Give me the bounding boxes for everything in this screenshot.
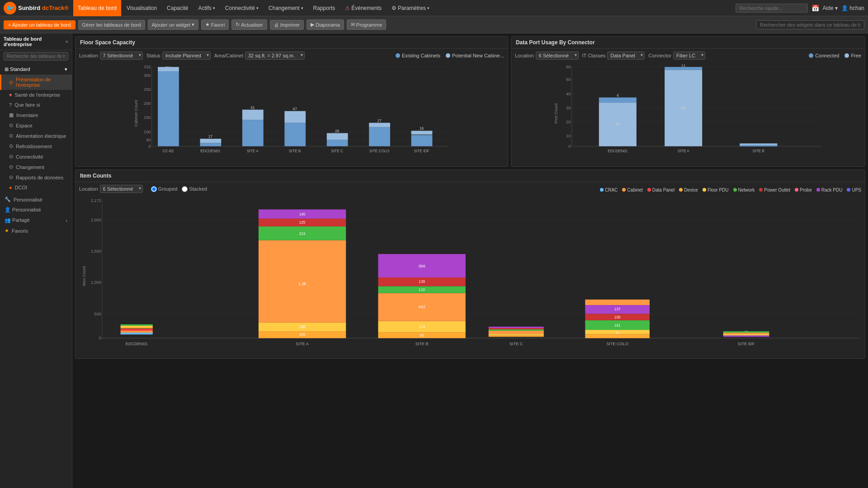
sidebar-search-input[interactable] <box>4 52 68 61</box>
svg-text:CC-B2: CC-B2 <box>162 149 174 153</box>
slideshow-button[interactable]: ▶ Diaporama <box>307 19 344 30</box>
question-icon: ? <box>9 102 12 108</box>
nav-rapports[interactable]: Rapports <box>309 0 340 16</box>
sidebar-item-personnalise-single[interactable]: 🔧 Personnalisé <box>0 194 72 205</box>
nav-changement[interactable]: Changement ▾ <box>264 0 308 16</box>
stacked-radio[interactable] <box>182 186 188 192</box>
nav-tableau-de-bord[interactable]: Tableau de bord <box>73 0 121 16</box>
sidebar-item-dcoi[interactable]: ● DCOI <box>0 183 72 192</box>
svg-text:Port Count: Port Count <box>554 103 558 123</box>
svg-text:137: 137 <box>614 307 621 311</box>
bar-sitecolo-existing <box>369 127 390 146</box>
location-select[interactable]: 7 Sélectionné <box>100 52 143 60</box>
sidebar-standard-header[interactable]: ⊞ Standard ▾ <box>0 64 72 75</box>
floor-space-title: Floor Space Capacity <box>75 37 508 49</box>
svg-text:1.3k: 1.3k <box>298 282 307 286</box>
item-counts-svg: Item Count 2,172 2,000 1,500 1,000 500 0 <box>79 197 861 355</box>
connector-group: Connector Fiber LC <box>648 52 705 60</box>
sidebar-search-container <box>0 50 72 62</box>
svg-text:250: 250 <box>144 87 151 92</box>
legend-rack-pdu: Rack PDU <box>816 188 843 192</box>
sidebar-item-changement[interactable]: ⊙ Changement <box>0 162 72 172</box>
location-select-wrap: 7 Sélectionné <box>100 52 143 60</box>
nav-actifs-caret: ▾ <box>213 6 215 10</box>
logo-bird-icon: 🐦 <box>4 2 16 14</box>
favoris-button[interactable]: ★ Favori <box>201 19 229 30</box>
calendar-icon[interactable]: 📅 <box>811 5 819 12</box>
user-menu[interactable]: 👤 hchan <box>841 5 864 11</box>
svg-text:EDCDEN01: EDCDEN01 <box>126 342 148 346</box>
sidebar-item-espace[interactable]: ⊙ Espace <box>0 120 72 131</box>
connector-select[interactable]: Fiber LC <box>673 52 705 60</box>
potential-cabinets-dot <box>446 53 450 58</box>
sidebar-item-inventaire[interactable]: ▦ Inventaire <box>0 110 72 120</box>
sidebar-personnalise-header[interactable]: 👤 Personnalisé <box>0 205 72 215</box>
device-dot <box>679 188 683 192</box>
svg-text:40: 40 <box>566 92 571 96</box>
svg-text:41: 41 <box>250 105 255 110</box>
sidebar-item-refroidissement[interactable]: ⊙ Refroidissement <box>0 141 72 151</box>
sidebar-item-quefaire[interactable]: ? Que faire si <box>0 100 72 110</box>
floor-space-widget: Floor Space Capacity Location 7 Sélectio… <box>75 36 508 167</box>
legend-floor-pdu: Floor PDU <box>703 188 729 192</box>
top-nav: 🐦 Sunbird dcTrack® Tableau de bord Visua… <box>0 0 868 16</box>
it-classes-select[interactable]: Data Panel <box>607 52 645 60</box>
item-location-select[interactable]: 6 Sélectionné <box>100 185 143 193</box>
svg-text:16: 16 <box>420 126 424 131</box>
add-widget-button[interactable]: Ajouter un widget ▾ <box>148 19 198 30</box>
svg-text:1,500: 1,500 <box>91 249 101 253</box>
manage-dashboards-button[interactable]: Gérer les tableaux de bord <box>78 20 145 30</box>
dcoi-icon: ● <box>9 185 12 190</box>
data-port-siteb-connected <box>740 145 777 146</box>
bar-edcden01-existing <box>200 143 222 146</box>
edcden01-network <box>121 324 153 326</box>
area-cabinet-select[interactable]: 32 sq.ft. = 2.97 sq.m. <box>245 52 305 60</box>
sidebar-item-favoris[interactable]: ★ Favoris <box>0 225 72 236</box>
help-button[interactable]: Aide ▾ <box>823 5 838 11</box>
svg-text:110: 110 <box>419 288 425 292</box>
sitecolo-cabinet <box>585 300 649 305</box>
sidebar-item-presentation[interactable]: ⊙ Présentation de l'entreprise <box>0 75 72 90</box>
sidebar-item-connectivite[interactable]: ⊙ Connectivité <box>0 151 72 162</box>
data-port-edcden01-connected <box>599 98 637 103</box>
svg-text:105: 105 <box>614 315 621 319</box>
legend-cabinet: Cabinet <box>622 188 642 192</box>
program-icon: ✉ <box>351 22 355 28</box>
nav-connectivite[interactable]: Connectivité ▾ <box>221 0 263 16</box>
sidebar-item-sante[interactable]: ♥ Santé de l'entreprise <box>0 90 72 100</box>
data-port-title: Data Port Usage By Connector <box>511 37 865 49</box>
status-select[interactable]: Include Planned <box>162 52 211 60</box>
heart-icon: ♥ <box>9 92 12 98</box>
data-port-legend: Connected Free <box>809 53 861 58</box>
grouped-radio[interactable] <box>151 186 157 192</box>
nav-evenements[interactable]: ⚠ Événements <box>340 0 386 16</box>
sidebar-item-rapports[interactable]: ⊙ Rapports de données <box>0 172 72 183</box>
logo-name: Sunbird <box>18 5 40 11</box>
bar-siteidf-potential <box>411 131 433 134</box>
data-port-location-select[interactable]: 6 Sélectionné <box>536 52 579 60</box>
svg-text:2,000: 2,000 <box>91 218 101 222</box>
legend-data-panel: Data Panel <box>647 188 675 192</box>
area-cabinet-select-wrap: 32 sq.ft. = 2.97 sq.m. <box>245 52 305 60</box>
program-button[interactable]: ✉ Programme <box>347 19 386 30</box>
svg-text:17: 17 <box>208 134 213 139</box>
grouped-radio-label[interactable]: Grouped <box>151 186 178 192</box>
global-search-input[interactable] <box>736 4 808 13</box>
nav-capacite[interactable]: Capacité <box>162 0 193 16</box>
free-dot <box>844 53 849 58</box>
stacked-radio-label[interactable]: Stacked <box>182 186 207 192</box>
sidebar-section-standard: ⊞ Standard ▾ ⊙ Présentation de l'entrepr… <box>0 62 72 194</box>
bar-sitec-existing <box>327 140 348 146</box>
refresh-button[interactable]: ↻ Actualiser <box>231 19 267 30</box>
edcden01-cabinet <box>121 331 153 333</box>
nav-parametres[interactable]: ⚙ Paramètres ▾ <box>387 0 434 16</box>
sidebar-item-alimentation[interactable]: ⊙ Alimentation électrique <box>0 131 72 141</box>
nav-visualisation[interactable]: Visualisation <box>122 0 161 16</box>
sidebar-partage-header[interactable]: 👥 Partagé ‹ <box>0 215 72 225</box>
add-dashboard-button[interactable]: + Ajouter un tableau de bord <box>4 20 75 29</box>
widget-search-input[interactable] <box>756 20 864 29</box>
print-button[interactable]: 🖨 Imprimer <box>270 20 304 30</box>
nav-actifs[interactable]: Actifs ▾ <box>193 0 219 16</box>
sidebar-collapse-icon[interactable]: « <box>65 38 68 45</box>
legend-power-outlet: Power Outlet <box>759 188 790 192</box>
